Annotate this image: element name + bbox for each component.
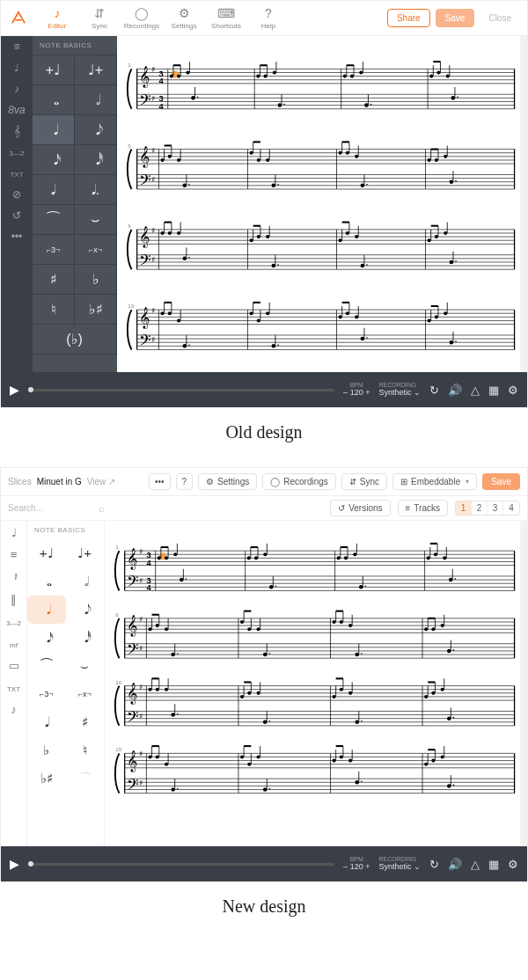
metronome-icon[interactable]: △ — [471, 384, 480, 397]
page-4[interactable]: 4 — [503, 501, 519, 515]
clef-icon[interactable]: 𝄞 — [14, 126, 20, 136]
palette-natural[interactable]: ♮ — [33, 295, 75, 325]
palette-triplet[interactable]: ⌐3¬ — [33, 235, 75, 265]
palette-tie[interactable]: ⁀ — [33, 205, 75, 235]
text-icon[interactable]: TXT — [10, 168, 23, 179]
metronome-icon[interactable]: △ — [471, 858, 480, 871]
palette-half-note[interactable]: 𝅗𝅥 — [75, 85, 117, 115]
tuplet-icon[interactable]: 3—2 — [10, 147, 25, 157]
history-icon[interactable]: ↺ — [12, 210, 21, 221]
recording-select[interactable]: RECORDING Synthetic ⌄ — [378, 856, 421, 872]
palette-add-note-after[interactable]: ♩+ — [75, 55, 117, 85]
scrollbar[interactable] — [520, 36, 527, 372]
palette-whole-note[interactable]: 𝅝 — [33, 85, 75, 115]
tab-recordings[interactable]: ◯Recordings — [121, 6, 163, 30]
scrollbar[interactable] — [520, 521, 527, 846]
palette-tuplet[interactable]: ⌐x¬ — [66, 680, 105, 708]
palette-double-dotted[interactable]: 𝅘𝅥.. — [75, 175, 117, 205]
save-button[interactable]: Save — [482, 473, 520, 490]
barline-icon[interactable]: ‖ — [11, 593, 17, 606]
share-button[interactable]: Share — [387, 9, 430, 27]
progress-track[interactable] — [28, 389, 334, 391]
percussion-icon[interactable]: ⊘ — [12, 189, 21, 200]
palette-natural[interactable]: ♮ — [66, 736, 105, 764]
palette-add-note[interactable]: +♩ — [27, 539, 66, 567]
volume-icon[interactable]: 🔊 — [448, 384, 462, 397]
tab-sync[interactable]: ⇵Sync — [78, 6, 121, 30]
play-button[interactable]: ▶ — [10, 857, 19, 871]
page-2[interactable]: 2 — [472, 501, 488, 515]
settings-icon[interactable]: ⚙ — [508, 858, 518, 871]
help-button[interactable]: ? — [176, 473, 194, 490]
palette-eighth-note[interactable]: 𝅘𝅥𝅮 — [75, 115, 117, 145]
tab-editor[interactable]: ♪Editor — [36, 6, 78, 30]
staff-icon[interactable]: ≡ — [11, 548, 18, 561]
palette-dotted-note[interactable]: 𝅘𝅥. — [27, 708, 66, 736]
recordings-button[interactable]: ◯Recordings — [262, 473, 336, 490]
tab-help[interactable]: ?Help — [247, 6, 290, 30]
palette-tie[interactable]: ⁀ — [27, 652, 66, 680]
palette-add-note-after[interactable]: ♩+ — [66, 539, 105, 567]
more-button[interactable]: ••• — [149, 473, 171, 490]
palette-fermata[interactable]: ⌒ — [66, 764, 105, 793]
versions-button[interactable]: ↺Versions — [330, 500, 390, 516]
palette-sixteenth-note[interactable]: 𝅘𝅥𝅯 — [33, 145, 75, 175]
old-score-area[interactable]: 1𝄞♯34𝄢♯345𝄞♯𝄢♯9𝄞♯𝄢♯13𝄞♯𝄢♯ — [117, 36, 527, 372]
palette-flat[interactable]: ♭ — [75, 265, 117, 295]
save-button[interactable]: Save — [436, 9, 475, 27]
search-input[interactable]: Search... ⌕ — [8, 503, 105, 514]
bpm-control[interactable]: BPM – 120 + — [343, 856, 370, 872]
close-button[interactable]: Close — [480, 9, 520, 27]
palette-enharmonic[interactable]: ♭♯ — [27, 764, 66, 793]
palette-thirtysecond-note[interactable]: 𝅘𝅥𝅰 — [75, 145, 117, 175]
recording-select[interactable]: RECORDING Synthetic ⌄ — [378, 382, 421, 398]
loop-icon[interactable]: ↻ — [429, 384, 439, 397]
tuplet-icon[interactable]: 3—2 — [6, 615, 21, 628]
note-icon[interactable]: ♩ — [14, 62, 19, 73]
loop-icon[interactable]: ↻ — [429, 858, 439, 871]
palette-quarter-note[interactable]: 𝅘𝅥 — [27, 596, 66, 624]
sync-button[interactable]: ⇵Sync — [341, 473, 387, 490]
breadcrumb-title[interactable]: Minuet in G — [37, 477, 82, 486]
text-icon[interactable]: TXT — [7, 681, 20, 694]
palette-thirtysecond-note[interactable]: 𝅘𝅥𝅰 — [66, 624, 105, 652]
palette-whole-note[interactable]: 𝅝 — [27, 567, 66, 596]
keyboard-icon[interactable]: ▦ — [488, 384, 499, 397]
page-1[interactable]: 1 — [456, 501, 472, 515]
tab-shortcuts[interactable]: ⌨Shortcuts — [205, 6, 247, 30]
new-score-area[interactable]: 1𝄞♯34𝄢♯346𝄞♯𝄢♯10𝄞♯𝄢♯15𝄞♯𝄢♯ — [105, 521, 527, 846]
bpm-control[interactable]: BPM – 120 + — [343, 382, 370, 398]
palette-sharp[interactable]: ♯ — [66, 708, 105, 736]
palette-add-note[interactable]: +♩ — [33, 55, 75, 85]
tab-settings[interactable]: ⚙Settings — [163, 6, 205, 30]
palette-triplet[interactable]: ⌐3¬ — [27, 680, 66, 708]
page-3[interactable]: 3 — [488, 501, 503, 515]
layout-icon[interactable]: ▭ — [9, 659, 19, 672]
palette-sharp[interactable]: ♯ — [33, 265, 75, 295]
progress-track[interactable] — [28, 863, 334, 866]
settings-icon[interactable]: ⚙ — [508, 384, 518, 397]
palette-slur[interactable]: ⌣ — [66, 652, 105, 680]
note-icon[interactable]: ♩ — [11, 526, 17, 539]
octave-icon[interactable]: 8va — [8, 105, 25, 115]
play-button[interactable]: ▶ — [10, 383, 19, 397]
note2-icon[interactable]: ♪ — [14, 84, 19, 94]
ornament-icon[interactable]: ♪ — [11, 703, 17, 716]
breadcrumb-root[interactable]: Slices — [8, 477, 32, 486]
palette-quarter-note[interactable]: 𝅘𝅥 — [33, 115, 75, 145]
palette-sixteenth-note[interactable]: 𝅘𝅥𝅯 — [27, 624, 66, 652]
tracks-button[interactable]: ≡Tracks — [398, 500, 448, 516]
palette-courtesy-accidental[interactable]: (♭) — [33, 325, 117, 355]
volume-icon[interactable]: 🔊 — [448, 858, 462, 871]
palette-flat[interactable]: ♭ — [27, 736, 66, 764]
embeddable-button[interactable]: ⊞Embeddable — [392, 473, 477, 490]
brand-logo[interactable] — [1, 11, 36, 26]
palette-eighth-note[interactable]: 𝅘𝅥𝅮 — [66, 596, 105, 624]
palette-dotted-note[interactable]: 𝅘𝅥. — [33, 175, 75, 205]
keyboard-icon[interactable]: ▦ — [488, 858, 499, 871]
more-icon[interactable]: ••• — [11, 231, 23, 242]
palette-half-note[interactable]: 𝅗𝅥 — [66, 567, 105, 596]
staff-icon[interactable]: ≡ — [13, 41, 19, 52]
palette-enharmonic[interactable]: ♭♯ — [75, 295, 117, 325]
settings-button[interactable]: ⚙Settings — [198, 473, 257, 490]
